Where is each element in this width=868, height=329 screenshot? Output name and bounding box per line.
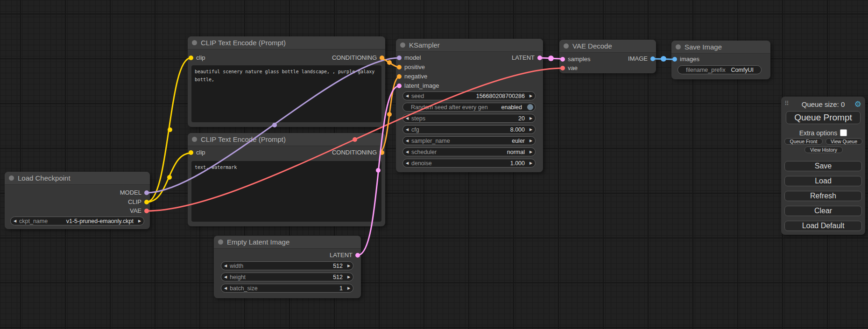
positive-prompt-textarea[interactable]: beautiful scenery nature glass bottle la… [191,65,381,122]
extra-options-checkbox[interactable] [840,129,847,136]
node-title-bar[interactable]: Empty Latent Image [214,236,361,249]
node-collapse-dot-icon[interactable] [192,137,197,142]
node-empty-latent-image[interactable]: Empty Latent Image LATENT ◀ width 512 ▶ … [214,236,361,298]
increment-arrow-icon[interactable]: ▶ [345,275,353,279]
widget-cfg[interactable]: ◀ cfg 8.000 ▶ [402,125,536,134]
widget-ckpt-name[interactable]: ◀ ckpt_name v1-5-pruned-emaonly.ckpt ▶ [10,217,144,225]
decrement-arrow-icon[interactable]: ◀ [403,150,411,154]
widget-filename-prefix[interactable]: filename_prefix ComfyUI [677,65,762,74]
node-title-bar[interactable]: VAE Decode [559,40,656,53]
output-slot-latent[interactable]: LATENT [330,251,361,260]
widget-random-seed-toggle[interactable]: Random seed after every gen enabled [402,103,536,112]
conditioning-slot-dot-icon[interactable] [397,74,402,79]
widget-batch-size[interactable]: ◀ batch_size 1 ▶ [221,284,353,293]
input-slot-negative[interactable]: negative [396,72,427,81]
input-slot-images[interactable]: images [671,55,699,64]
node-collapse-dot-icon[interactable] [9,175,14,181]
increment-arrow-icon[interactable]: ▶ [527,161,535,165]
clear-button[interactable]: Clear [784,206,862,216]
input-slot-vae[interactable]: vae [559,63,578,73]
node-title-bar[interactable]: Save Image [671,41,770,54]
output-slot-image[interactable]: IMAGE [628,54,656,63]
image-slot-dot-icon[interactable] [672,57,677,62]
increment-arrow-icon[interactable]: ▶ [527,150,535,154]
load-default-button[interactable]: Load Default [784,221,862,231]
node-vae-decode[interactable]: VAE Decode samples vae IMAGE [559,40,656,73]
output-slot-clip[interactable]: CLIP [128,197,150,207]
input-slot-samples[interactable]: samples [559,55,590,64]
input-slot-positive[interactable]: positive [396,63,425,72]
latent-slot-dot-icon[interactable] [397,84,402,88]
increment-arrow-icon[interactable]: ▶ [527,127,535,132]
load-button[interactable]: Load [784,176,862,186]
refresh-button[interactable]: Refresh [784,191,862,201]
node-collapse-dot-icon[interactable] [218,239,223,245]
increment-arrow-icon[interactable]: ▶ [527,139,535,143]
node-title-bar[interactable]: CLIP Text Encode (Prompt) [188,133,385,146]
view-history-button[interactable]: View History [804,147,843,153]
node-title-bar[interactable]: KSampler [396,39,543,52]
node-title-bar[interactable]: Load Checkpoint [5,172,150,185]
decrement-arrow-icon[interactable]: ◀ [221,264,230,268]
settings-gear-icon[interactable]: ⚙ [854,99,861,109]
widget-height[interactable]: ◀ height 512 ▶ [221,273,353,281]
input-slot-model[interactable]: model [396,53,421,63]
node-ksampler[interactable]: KSampler model positive negative latent_… [396,39,543,172]
widget-width[interactable]: ◀ width 512 ▶ [221,261,353,270]
input-slot-clip[interactable]: clip [188,148,205,157]
widget-steps[interactable]: ◀ steps 20 ▶ [402,114,536,123]
view-queue-button[interactable]: View Queue [826,138,862,145]
save-button[interactable]: Save [784,161,862,171]
output-slot-vae[interactable]: VAE [130,206,150,216]
decrement-arrow-icon[interactable]: ◀ [403,94,411,98]
widget-scheduler[interactable]: ◀ scheduler normal ▶ [402,147,536,156]
input-slot-clip[interactable]: clip [188,53,205,63]
clip-slot-dot-icon[interactable] [189,56,193,60]
vae-slot-dot-icon[interactable] [560,66,565,70]
increment-arrow-icon[interactable]: ▶ [345,286,353,290]
queue-prompt-button[interactable]: Queue Prompt [786,111,861,124]
image-slot-dot-icon[interactable] [650,56,655,61]
decrement-arrow-icon[interactable]: ◀ [403,139,411,143]
vae-slot-dot-icon[interactable] [144,209,149,213]
decrement-arrow-icon[interactable]: ◀ [403,127,411,132]
model-slot-dot-icon[interactable] [397,56,402,60]
latent-slot-dot-icon[interactable] [355,253,360,258]
increment-arrow-icon[interactable]: ▶ [527,94,535,98]
decrement-arrow-icon[interactable]: ◀ [403,116,411,120]
model-slot-dot-icon[interactable] [144,190,149,195]
latent-slot-dot-icon[interactable] [537,56,542,60]
latent-slot-dot-icon[interactable] [560,57,565,62]
node-collapse-dot-icon[interactable] [400,42,405,48]
conditioning-slot-dot-icon[interactable] [380,150,384,155]
node-load-checkpoint[interactable]: Load Checkpoint MODEL CLIP VAE ◀ ckpt_na… [5,172,150,229]
increment-arrow-icon[interactable]: ▶ [527,116,535,120]
node-clip-text-encode-positive[interactable]: CLIP Text Encode (Prompt) clip CONDITION… [188,36,385,127]
clip-slot-dot-icon[interactable] [189,150,193,155]
decrement-arrow-icon[interactable]: ◀ [403,161,411,165]
output-slot-conditioning[interactable]: CONDITIONING [332,148,385,157]
node-collapse-dot-icon[interactable] [564,43,569,49]
decrement-arrow-icon[interactable]: ◀ [221,275,230,279]
widget-sampler-name[interactable]: ◀ sampler_name euler ▶ [402,136,536,145]
queue-front-button[interactable]: Queue Front [784,138,823,145]
conditioning-slot-dot-icon[interactable] [397,65,402,70]
decrement-arrow-icon[interactable]: ◀ [11,219,19,223]
node-title-bar[interactable]: CLIP Text Encode (Prompt) [188,36,385,49]
node-clip-text-encode-negative[interactable]: CLIP Text Encode (Prompt) clip CONDITION… [188,133,385,226]
output-slot-model[interactable]: MODEL [120,188,150,197]
increment-arrow-icon[interactable]: ▶ [345,264,353,268]
toggle-circle-icon[interactable] [527,104,533,110]
increment-arrow-icon[interactable]: ▶ [135,219,144,223]
input-slot-latent-image[interactable]: latent_image [396,81,439,91]
decrement-arrow-icon[interactable]: ◀ [221,286,230,290]
node-save-image[interactable]: Save Image images filename_prefix ComfyU… [671,41,770,79]
negative-prompt-textarea[interactable]: text, watermark [191,161,381,222]
widget-denoise[interactable]: ◀ denoise 1.000 ▶ [402,159,536,168]
conditioning-slot-dot-icon[interactable] [380,56,384,60]
output-slot-conditioning[interactable]: CONDITIONING [332,53,385,63]
node-collapse-dot-icon[interactable] [676,44,681,49]
node-collapse-dot-icon[interactable] [192,40,197,45]
widget-seed[interactable]: ◀ seed 156680208700286 ▶ [402,91,536,100]
output-slot-latent[interactable]: LATENT [512,53,543,63]
